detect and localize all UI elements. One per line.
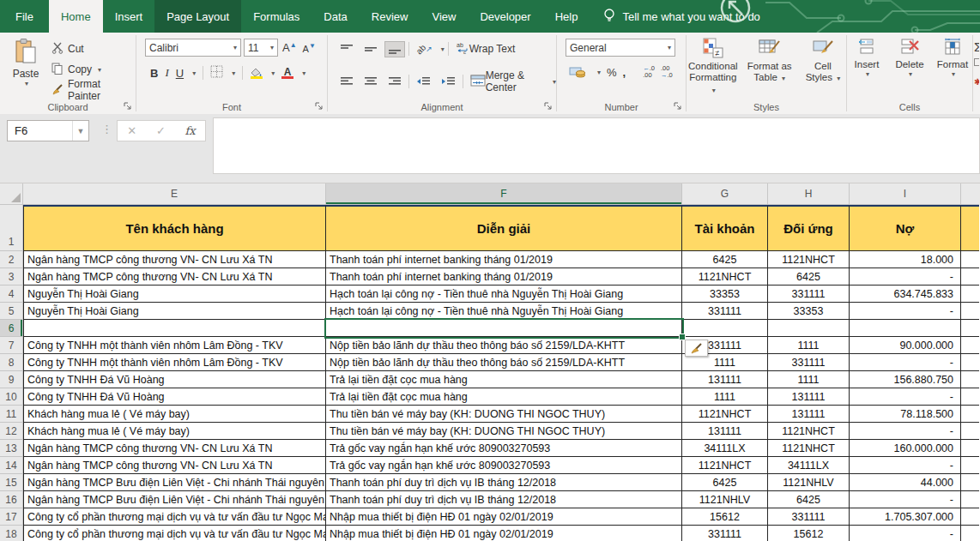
insert-function-button[interactable]: fx: [185, 124, 195, 137]
cell-H16[interactable]: 6425: [768, 491, 850, 508]
cell-E14[interactable]: Ngân hàng TMCP công thương VN- CN Lưu Xá…: [23, 457, 326, 474]
cell-F3[interactable]: Thanh toán phí internet banking tháng 01…: [326, 268, 682, 286]
cell-F1[interactable]: Diễn giải: [326, 205, 682, 251]
cell-E1[interactable]: Tên khách hàng: [23, 205, 326, 251]
cell-F4[interactable]: Hạch toán lại công nợ - Tiền thuê nhà Ng…: [326, 286, 682, 303]
font-dialog-launcher-icon[interactable]: [315, 102, 324, 111]
cell-H14[interactable]: 34111LX: [768, 457, 850, 474]
cell-E13[interactable]: Ngân hàng TMCP công thương VN- CN Lưu Xá…: [23, 440, 326, 457]
cell-G3[interactable]: 1121NHCT: [682, 268, 768, 286]
select-all-corner[interactable]: [0, 183, 23, 205]
grow-font-button[interactable]: A▲: [281, 41, 299, 54]
font-name-combo[interactable]: Calibri▾: [145, 39, 241, 57]
cell-G18[interactable]: 331111: [682, 526, 768, 541]
cell-G8[interactable]: 1111: [682, 354, 768, 371]
underline-button[interactable]: U: [176, 67, 184, 80]
cell-I17[interactable]: 1.705.307.000: [850, 508, 961, 526]
column-header-J-partial[interactable]: [961, 183, 979, 205]
row-header-9[interactable]: 9: [0, 371, 23, 388]
cell-G11[interactable]: 1121NHCT: [682, 406, 768, 423]
cell-F14[interactable]: Trả gốc vay ngắn hạn khế ước 80900327059…: [326, 457, 682, 474]
cell-H3[interactable]: 6425: [768, 268, 850, 286]
cell-G12[interactable]: 131111: [682, 423, 768, 440]
row-header-15[interactable]: 15: [0, 474, 23, 491]
paste-button[interactable]: Paste ▾: [7, 38, 45, 101]
alignment-dialog-launcher-icon[interactable]: [544, 102, 553, 111]
cell-H18[interactable]: 15612: [768, 526, 850, 541]
merge-center-button[interactable]: Merge & Center: [467, 67, 547, 96]
cell-J18-partial[interactable]: [961, 526, 979, 541]
decrease-indent-button[interactable]: [413, 74, 434, 89]
row-header-14[interactable]: 14: [0, 457, 23, 474]
wrap-text-button[interactable]: abc Wrap Text: [452, 39, 519, 59]
cell-F15[interactable]: Thanh toán phí duy trì dịch vụ IB tháng …: [326, 474, 682, 491]
align-right-button[interactable]: [384, 74, 405, 89]
cell-F16[interactable]: Thanh toán phí duy trì dịch vụ IB tháng …: [326, 491, 682, 508]
row-header-11[interactable]: 11: [0, 406, 23, 423]
cell-H15[interactable]: 1121NHLV: [768, 474, 850, 491]
cell-E8[interactable]: Công ty TNHH một thành viên nhôm Lâm Đồn…: [23, 354, 326, 371]
cell-I7[interactable]: 90.000.000: [850, 337, 961, 354]
cell-G13[interactable]: 34111LX: [682, 440, 768, 457]
tab-review[interactable]: Review: [360, 0, 420, 33]
cell-F8[interactable]: Nộp tiền bảo lãnh dự thầu theo thông báo…: [326, 354, 682, 371]
cell-H1[interactable]: Đối ứng: [768, 205, 850, 251]
cell-H9[interactable]: 1111: [768, 371, 850, 388]
format-painter-button[interactable]: Format Painter: [50, 81, 136, 99]
align-middle-button[interactable]: [360, 41, 381, 57]
cell-E4[interactable]: Nguyễn Thị Hoài Giang: [23, 286, 326, 303]
cell-E17[interactable]: Công ty cổ phần thương mại dịch vụ và tư…: [23, 508, 326, 526]
align-top-button[interactable]: [336, 41, 357, 57]
chevron-down-icon[interactable]: ▼: [72, 121, 88, 141]
align-left-button[interactable]: [336, 74, 357, 89]
cell-E18[interactable]: Công ty cổ phần thương mại dịch vụ và tư…: [23, 526, 326, 541]
bold-button[interactable]: B: [150, 67, 158, 80]
cell-F2[interactable]: Thanh toán phí internet banking tháng 01…: [326, 251, 682, 268]
shrink-font-button[interactable]: A▼: [301, 42, 318, 54]
cell-E3[interactable]: Ngân hàng TMCP công thương VN- CN Lưu Xá…: [23, 268, 326, 286]
tab-data[interactable]: Data: [312, 0, 359, 33]
row-header-3[interactable]: 3: [0, 268, 23, 286]
cell-I3[interactable]: -: [850, 268, 961, 286]
cell-I10[interactable]: -: [850, 388, 961, 406]
increase-indent-button[interactable]: [438, 74, 459, 89]
cell-E6[interactable]: [23, 320, 326, 337]
cell-H4[interactable]: 331111: [768, 286, 850, 303]
align-bottom-button[interactable]: [384, 41, 405, 57]
column-header-F[interactable]: F: [326, 183, 682, 205]
cell-G5[interactable]: 331111: [682, 303, 768, 320]
cell-H13[interactable]: 1121NHCT: [768, 440, 850, 457]
borders-button[interactable]: [210, 65, 223, 81]
row-header-8[interactable]: 8: [0, 354, 23, 371]
row-header-4[interactable]: 4: [0, 286, 23, 303]
cell-J1-partial[interactable]: [961, 205, 979, 251]
formula-bar-splitter[interactable]: ⋮: [101, 123, 112, 135]
row-header-7[interactable]: 7: [0, 337, 23, 354]
cell-I8[interactable]: -: [850, 354, 961, 371]
row-header-2[interactable]: 2: [0, 251, 23, 268]
cell-J2-partial[interactable]: [961, 251, 979, 268]
cell-E2[interactable]: Ngân hàng TMCP công thương VN- CN Lưu Xá…: [23, 251, 326, 268]
cell-E5[interactable]: Nguyễn Thị Hoài Giang: [23, 303, 326, 320]
cell-J11-partial[interactable]: [961, 406, 979, 423]
tab-home[interactable]: Home: [49, 0, 103, 33]
decrease-decimal-button[interactable]: .00→.0: [661, 65, 673, 80]
increase-decimal-button[interactable]: ←.0.00: [643, 65, 655, 80]
percent-style-button[interactable]: %: [607, 66, 617, 79]
cell-J10-partial[interactable]: [961, 388, 979, 406]
cell-H17[interactable]: 331111: [768, 508, 850, 526]
row-header-10[interactable]: 10: [0, 388, 23, 406]
cancel-icon[interactable]: ✕: [127, 124, 136, 137]
cell-J5-partial[interactable]: [961, 303, 979, 320]
cell-I16[interactable]: -: [850, 491, 961, 508]
tab-developer[interactable]: Developer: [468, 0, 542, 33]
cell-I6[interactable]: [850, 320, 961, 337]
cell-E11[interactable]: Khách hàng mua lẻ ( Vé máy bay): [23, 406, 326, 423]
cell-E7[interactable]: Công ty TNHH một thành viên nhôm Lâm Đồn…: [23, 337, 326, 354]
row-header-13[interactable]: 13: [0, 440, 23, 457]
orientation-button[interactable]: ab↗: [413, 42, 436, 57]
cell-F5[interactable]: Hạch toán lại công nợ - Tiền thuê nhà Ng…: [326, 303, 682, 320]
font-color-button[interactable]: A: [281, 67, 293, 79]
cell-E10[interactable]: Công ty TNHH Đá Vũ Hoàng: [23, 388, 326, 406]
cell-G4[interactable]: 33353: [682, 286, 768, 303]
